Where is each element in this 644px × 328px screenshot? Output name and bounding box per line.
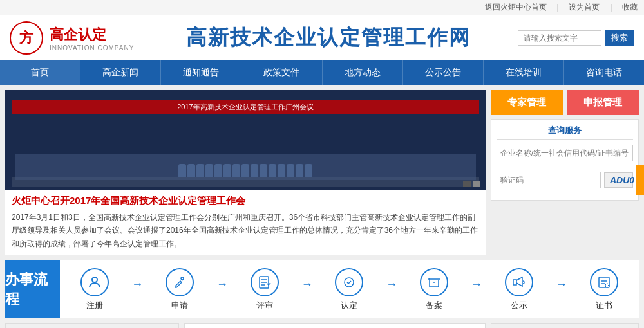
favorite-link[interactable]: 收藏 bbox=[622, 3, 638, 12]
news-title[interactable]: 火炬中心召开2017年全国高新技术企业认定管理工作会 bbox=[12, 195, 479, 207]
nav-announcement[interactable]: 公示公告 bbox=[403, 60, 484, 85]
main-nav: 首页 高企新闻 通知通告 政策文件 地方动态 公示公告 在线培训 咨询电话 bbox=[0, 60, 644, 85]
set-homepage-link[interactable]: 设为首页 bbox=[569, 3, 600, 12]
logo-circle: 方 bbox=[10, 21, 43, 55]
bottom-right-header: 📋 公示文件 bbox=[491, 324, 638, 328]
bottom-right-panel: 📋 公示文件 公示公告文件 📁 北京市 📁 天津市 📁 河北省 bbox=[491, 323, 639, 328]
nav-home[interactable]: 首页 bbox=[0, 60, 80, 85]
tab-local-dynamics[interactable]: 地方动态 bbox=[283, 324, 332, 328]
arrow-6: → bbox=[556, 278, 567, 291]
expert-mgmt-button[interactable]: 专家管理 bbox=[491, 90, 563, 115]
tab-notice[interactable]: 通知通告 bbox=[234, 324, 283, 328]
query-button[interactable]: 查询 bbox=[636, 165, 644, 195]
news-image-area: 2017年高新技术企业认定管理工作广州会议 bbox=[5, 90, 486, 190]
svg-point-1 bbox=[181, 277, 184, 280]
nav-consult[interactable]: 咨询电话 bbox=[564, 60, 644, 85]
step-register-label: 注册 bbox=[86, 300, 103, 311]
step-review-icon bbox=[251, 268, 279, 296]
arrow-5: → bbox=[471, 278, 482, 291]
site-title: 高新技术企业认定管理工作网 bbox=[138, 24, 518, 52]
bottom-middle-panel: 高企新闻 通知通告 地方动态 火炬中心推进2019年高新技术企业管理服务工作 2… bbox=[184, 323, 486, 328]
dot-2[interactable] bbox=[473, 181, 480, 187]
dot-1[interactable] bbox=[463, 181, 471, 187]
process-steps: 注册 → 申请 → 评审 → bbox=[60, 268, 639, 311]
logo-en-text: INNOVATION COMPANY bbox=[50, 44, 134, 51]
captcha-input[interactable] bbox=[497, 172, 601, 188]
action-buttons: 专家管理 申报管理 bbox=[491, 90, 639, 115]
svg-rect-4 bbox=[513, 280, 516, 285]
process-label: 办事流程 bbox=[5, 260, 60, 318]
arrow-3: → bbox=[301, 278, 313, 291]
step-certify: 认定 bbox=[335, 268, 363, 311]
search-input[interactable] bbox=[518, 30, 601, 46]
logo-area: 方 高企认定 INNOVATION COMPANY bbox=[10, 21, 138, 55]
step-review: 评审 bbox=[251, 268, 279, 311]
header: 方 高企认定 INNOVATION COMPANY 高新技术企业认定管理工作网 … bbox=[0, 15, 644, 60]
step-register-icon bbox=[80, 268, 109, 296]
news-section: 2017年高新技术企业认定管理工作广州会议 bbox=[5, 90, 486, 255]
step-apply-label: 申请 bbox=[171, 300, 188, 311]
step-announce: 公示 bbox=[505, 268, 533, 311]
news-content: 火炬中心召开2017年全国高新技术企业认定管理工作会 2017年3月1日和3日，… bbox=[5, 190, 486, 255]
nav-local[interactable]: 地方动态 bbox=[323, 60, 403, 85]
svg-point-6 bbox=[605, 284, 609, 287]
image-nav-dots bbox=[463, 181, 480, 187]
step-archive-icon bbox=[420, 268, 448, 296]
main-content: 2017年高新技术企业认定管理工作广州会议 bbox=[0, 85, 644, 260]
nav-training[interactable]: 在线培训 bbox=[484, 60, 564, 85]
logo-cn-text: 高企认定 bbox=[50, 25, 134, 44]
bottom-left-panel: 📋 高新技术企业备案信息 认定备案信息 更名备案信息 复审备案信息 📁 北京市 … bbox=[5, 323, 179, 328]
step-cert-label: 证书 bbox=[596, 300, 612, 311]
step-register: 注册 bbox=[80, 268, 109, 311]
report-mgmt-button[interactable]: 申报管理 bbox=[567, 90, 639, 115]
search-area: 搜索 bbox=[518, 30, 634, 46]
step-apply-icon bbox=[166, 268, 194, 296]
meeting-banner: 2017年高新技术企业认定管理工作广州会议 bbox=[12, 100, 479, 114]
step-announce-label: 公示 bbox=[511, 300, 527, 311]
step-announce-icon bbox=[505, 268, 533, 296]
company-query-input[interactable] bbox=[497, 145, 633, 161]
process-section: 办事流程 注册 → 申请 → bbox=[5, 260, 639, 318]
nav-news[interactable]: 高企新闻 bbox=[80, 60, 161, 85]
meeting-scene: 2017年高新技术企业认定管理工作广州会议 bbox=[5, 90, 486, 190]
step-archive-label: 备案 bbox=[426, 300, 442, 311]
arrow-2: → bbox=[216, 278, 228, 291]
nav-policy[interactable]: 政策文件 bbox=[242, 60, 322, 85]
back-home-link[interactable]: 返回火炬中心首页 bbox=[485, 3, 547, 12]
search-button[interactable]: 搜索 bbox=[605, 30, 634, 46]
captcha-image: ADU0 bbox=[604, 172, 633, 188]
tab-qiye-news[interactable]: 高企新闻 bbox=[185, 324, 234, 328]
arrow-4: → bbox=[386, 278, 397, 291]
captcha-row: ADU0 查询 bbox=[497, 165, 633, 195]
news-tab-bar: 高企新闻 通知通告 地方动态 bbox=[185, 324, 485, 328]
svg-point-0 bbox=[92, 277, 97, 282]
step-review-label: 评审 bbox=[256, 300, 273, 311]
query-title: 查询服务 bbox=[497, 125, 633, 140]
step-archive: 备案 bbox=[420, 268, 448, 311]
top-bar: 返回火炬中心首页 ｜ 设为首页 ｜ 收藏 bbox=[0, 0, 644, 15]
step-certify-icon bbox=[335, 268, 363, 296]
step-certify-label: 认定 bbox=[341, 300, 357, 311]
bottom-left-header: 📋 高新技术企业备案信息 bbox=[6, 324, 178, 328]
step-cert-icon bbox=[590, 268, 618, 296]
nav-notice[interactable]: 通知通告 bbox=[161, 60, 242, 85]
right-sidebar: 专家管理 申报管理 查询服务 ADU0 查询 bbox=[491, 90, 639, 255]
step-apply: 申请 bbox=[166, 268, 194, 311]
news-text: 2017年3月1日和3日，全国高新技术企业认定管理工作会分别在广州和重庆召开。3… bbox=[12, 211, 479, 250]
query-section: 查询服务 ADU0 查询 bbox=[491, 119, 639, 201]
arrow-1: → bbox=[131, 278, 143, 291]
bottom-section: 📋 高新技术企业备案信息 认定备案信息 更名备案信息 复审备案信息 📁 北京市 … bbox=[0, 323, 644, 328]
step-cert: 证书 bbox=[590, 268, 618, 311]
